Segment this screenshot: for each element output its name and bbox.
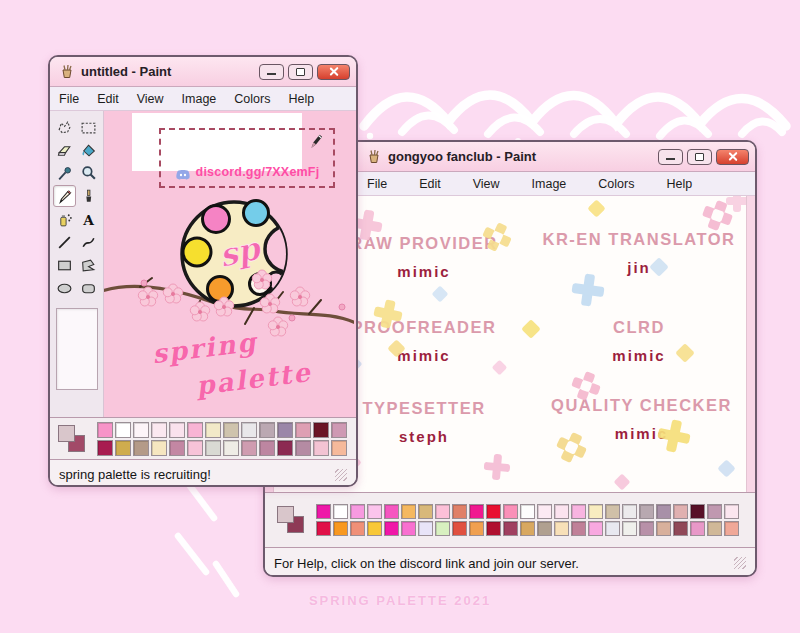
color-swatch[interactable] [622, 504, 637, 519]
color-swatch[interactable] [97, 440, 113, 456]
color-swatch[interactable] [241, 440, 257, 456]
minimize-button[interactable] [658, 149, 683, 165]
tool-airbrush-icon[interactable] [53, 208, 76, 230]
color-swatch[interactable] [469, 521, 484, 536]
tool-pencil-icon[interactable] [53, 185, 76, 207]
color-swatch[interactable] [169, 422, 185, 438]
color-swatch[interactable] [401, 504, 416, 519]
color-swatch[interactable] [333, 521, 348, 536]
color-swatch[interactable] [295, 440, 311, 456]
color-swatch[interactable] [313, 422, 329, 438]
menu-colors[interactable]: Colors [582, 177, 650, 191]
color-swatch[interactable] [707, 521, 722, 536]
color-swatch[interactable] [151, 422, 167, 438]
color-swatch[interactable] [588, 504, 603, 519]
color-swatch[interactable] [690, 504, 705, 519]
tool-rounded-rectangle-icon[interactable] [77, 277, 100, 299]
color-swatch[interactable] [673, 504, 688, 519]
tool-free-form-select-icon[interactable] [53, 116, 76, 138]
color-swatch[interactable] [486, 521, 501, 536]
color-swatch[interactable] [673, 521, 688, 536]
resize-grip[interactable] [734, 557, 746, 569]
menu-edit[interactable]: Edit [88, 92, 128, 106]
color-swatch[interactable] [503, 521, 518, 536]
color-swatch[interactable] [622, 521, 637, 536]
color-swatch[interactable] [452, 521, 467, 536]
color-swatch[interactable] [259, 422, 275, 438]
color-swatch[interactable] [639, 504, 654, 519]
menu-colors[interactable]: Colors [225, 92, 279, 106]
tool-text-icon[interactable]: A [77, 208, 100, 230]
color-swatch[interactable] [503, 504, 518, 519]
title-bar[interactable]: untitled - Paint [50, 57, 356, 87]
color-swatch[interactable] [724, 504, 739, 519]
color-swatch[interactable] [223, 440, 239, 456]
color-swatch[interactable] [537, 504, 552, 519]
color-swatch[interactable] [316, 504, 331, 519]
color-swatch[interactable] [690, 521, 705, 536]
color-swatch[interactable] [367, 504, 382, 519]
color-swatch[interactable] [115, 422, 131, 438]
menu-image[interactable]: Image [173, 92, 226, 106]
tool-rectangle-icon[interactable] [53, 254, 76, 276]
tool-ellipse-icon[interactable] [53, 277, 76, 299]
color-swatch[interactable] [97, 422, 113, 438]
color-swatch[interactable] [367, 521, 382, 536]
tool-magnifier-icon[interactable] [77, 162, 100, 184]
tool-curve-icon[interactable] [77, 231, 100, 253]
color-swatch[interactable] [656, 504, 671, 519]
menu-help[interactable]: Help [279, 92, 323, 106]
color-swatch[interactable] [350, 521, 365, 536]
color-swatch[interactable] [331, 422, 347, 438]
color-swatch[interactable] [520, 521, 535, 536]
color-swatch[interactable] [469, 504, 484, 519]
color-swatch[interactable] [277, 422, 293, 438]
menu-edit[interactable]: Edit [403, 177, 457, 191]
color-swatch[interactable] [384, 504, 399, 519]
color-swatch[interactable] [187, 440, 203, 456]
menu-view[interactable]: View [128, 92, 173, 106]
color-swatch[interactable] [205, 422, 221, 438]
color-swatch[interactable] [486, 504, 501, 519]
color-swatch[interactable] [350, 504, 365, 519]
color-swatch[interactable] [223, 422, 239, 438]
color-swatch[interactable] [605, 521, 620, 536]
color-swatch[interactable] [724, 521, 739, 536]
color-swatch[interactable] [605, 504, 620, 519]
color-swatch[interactable] [571, 504, 586, 519]
color-swatch[interactable] [435, 504, 450, 519]
color-swatch[interactable] [187, 422, 203, 438]
color-swatch[interactable] [316, 521, 331, 536]
tool-fill-icon[interactable] [77, 139, 100, 161]
color-swatch[interactable] [205, 440, 221, 456]
tool-pick-color-icon[interactable] [53, 162, 76, 184]
menu-file[interactable]: File [351, 177, 403, 191]
color-swatch[interactable] [295, 422, 311, 438]
color-swatch[interactable] [151, 440, 167, 456]
resize-grip[interactable] [335, 469, 347, 481]
menu-help[interactable]: Help [650, 177, 708, 191]
current-colors-indicator[interactable] [273, 503, 309, 537]
color-swatch[interactable] [537, 521, 552, 536]
menu-file[interactable]: File [50, 92, 88, 106]
color-swatch[interactable] [133, 422, 149, 438]
tool-options-box[interactable] [56, 308, 98, 390]
color-swatch[interactable] [418, 504, 433, 519]
color-swatch[interactable] [639, 521, 654, 536]
tool-select-icon[interactable] [77, 116, 100, 138]
color-swatch[interactable] [277, 440, 293, 456]
minimize-button[interactable] [259, 64, 284, 80]
tool-polygon-icon[interactable] [77, 254, 100, 276]
color-swatch[interactable] [133, 440, 149, 456]
color-swatch[interactable] [554, 504, 569, 519]
tool-eraser-icon[interactable] [53, 139, 76, 161]
color-swatch[interactable] [554, 521, 569, 536]
color-swatch[interactable] [452, 504, 467, 519]
color-swatch[interactable] [331, 440, 347, 456]
menu-image[interactable]: Image [516, 177, 583, 191]
maximize-button[interactable] [288, 64, 313, 80]
color-swatch[interactable] [656, 521, 671, 536]
maximize-button[interactable] [687, 149, 712, 165]
color-swatch[interactable] [520, 504, 535, 519]
color-swatch[interactable] [571, 521, 586, 536]
